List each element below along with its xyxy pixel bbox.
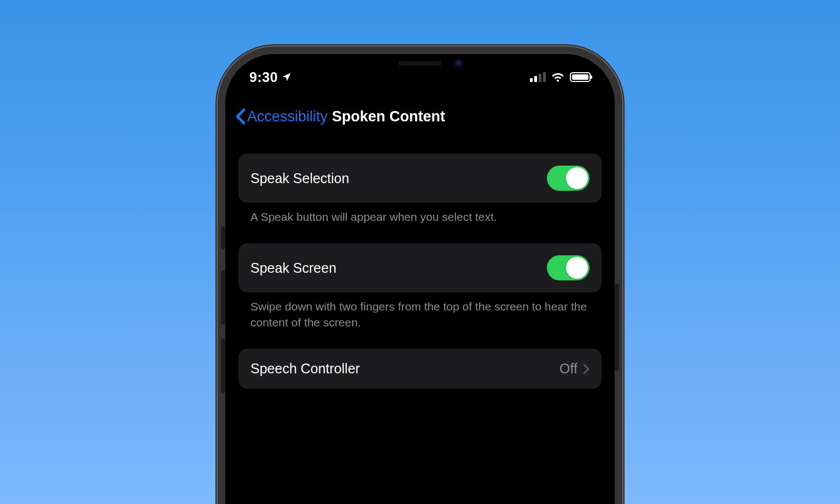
location-arrow-icon — [281, 72, 292, 83]
back-button[interactable]: Accessibility — [229, 108, 328, 125]
settings-content: Speak Selection A Speak button will appe… — [225, 154, 615, 389]
status-right — [530, 72, 591, 82]
device-screen: 9:30 — [225, 54, 615, 504]
row-label: Speak Selection — [250, 171, 349, 186]
group-speech-controller: Speech Controller Off — [238, 349, 602, 389]
row-speak-screen[interactable]: Speak Screen — [238, 243, 602, 292]
page-title: Spoken Content — [332, 108, 445, 125]
row-speech-controller[interactable]: Speech Controller Off — [238, 349, 602, 389]
battery-icon — [570, 72, 591, 82]
volume-up-button — [221, 270, 225, 325]
row-speak-selection[interactable]: Speak Selection — [238, 154, 602, 203]
wifi-icon — [551, 72, 564, 82]
chevron-right-icon — [583, 364, 590, 374]
volume-down-button — [221, 338, 225, 393]
footer-speak-screen: Swipe down with two fingers from the top… — [238, 292, 602, 349]
status-time: 9:30 — [249, 69, 278, 85]
back-label: Accessibility — [247, 108, 328, 125]
footer-speak-selection: A Speak button will appear when you sele… — [238, 203, 602, 243]
row-label: Speech Controller — [250, 361, 360, 377]
mute-switch — [221, 226, 225, 249]
toggle-speak-screen[interactable] — [547, 255, 590, 280]
background: 9:30 — [0, 0, 840, 504]
group-speak-selection: Speak Selection A Speak button will appe… — [238, 154, 602, 243]
chevron-left-icon — [235, 108, 246, 125]
settings-navbar: Accessibility Spoken Content — [225, 100, 615, 133]
row-right: Off — [559, 361, 590, 377]
device-frame: 9:30 — [218, 46, 622, 504]
status-bar: 9:30 — [225, 61, 615, 93]
row-value: Off — [559, 361, 578, 377]
group-speak-screen: Speak Screen Swipe down with two fingers… — [238, 243, 602, 349]
toggle-speak-selection[interactable] — [547, 166, 590, 191]
row-label: Speak Screen — [250, 260, 336, 276]
power-button — [615, 284, 619, 371]
cellular-icon — [530, 72, 546, 82]
status-left: 9:30 — [249, 69, 292, 85]
